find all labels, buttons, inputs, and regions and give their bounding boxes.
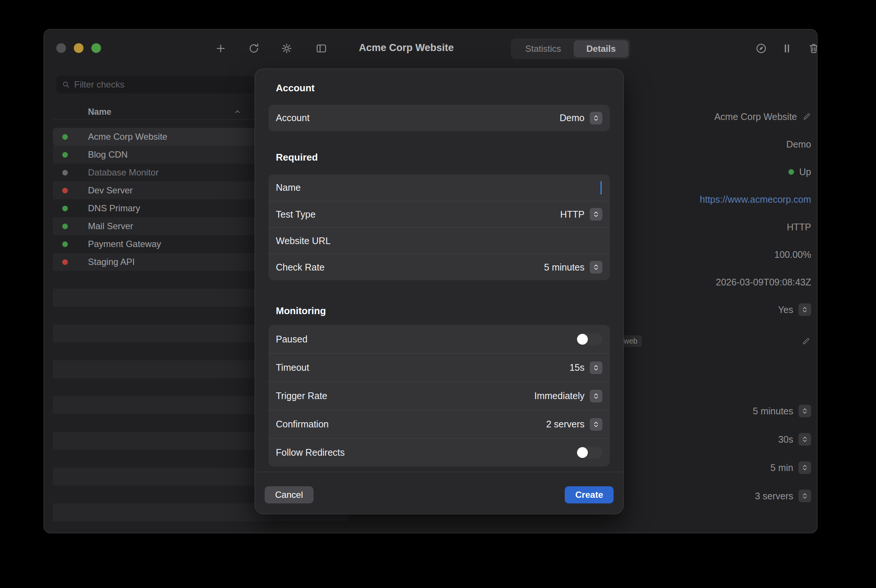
toggle-knob: [577, 447, 588, 458]
account-value: Demo: [559, 112, 585, 123]
account-stepper[interactable]: [590, 112, 603, 124]
new-check-dialog: Account Account Demo Required Name Test …: [255, 69, 624, 514]
follow-redirects-label: Follow Redirects: [276, 447, 576, 458]
test-type-stepper[interactable]: [590, 208, 603, 220]
form-row-trigger-rate[interactable]: Trigger Rate Immediately: [268, 382, 610, 410]
section-header-required: Required: [276, 152, 318, 163]
paused-label: Paused: [276, 334, 576, 345]
form-row-timeout[interactable]: Timeout 15s: [268, 353, 610, 382]
form-row-website-url[interactable]: Website URL: [268, 227, 610, 254]
form-row-name[interactable]: Name: [268, 174, 610, 201]
form-row-paused: Paused: [268, 325, 610, 353]
stepper-icon: [592, 392, 600, 400]
stepper-icon: [592, 420, 600, 429]
test-type-value: HTTP: [560, 209, 585, 220]
app-window: Acme Corp Website Statistics Details Nam…: [44, 29, 817, 533]
trigger-rate-value: Immediately: [534, 390, 585, 401]
timeout-value: 15s: [569, 362, 585, 373]
form-row-check-rate[interactable]: Check Rate 5 minutes: [268, 254, 610, 280]
toggle-knob: [577, 334, 588, 345]
stepper-icon: [592, 114, 600, 122]
form-row-account[interactable]: Account Demo: [268, 105, 610, 131]
monitoring-group: Paused Timeout 15s Trigger Rate Immediat…: [268, 325, 610, 466]
section-header-monitoring: Monitoring: [276, 305, 326, 317]
timeout-label: Timeout: [276, 362, 569, 373]
confirmation-label: Confirmation: [276, 419, 546, 430]
cancel-button[interactable]: Cancel: [264, 486, 314, 503]
desktop: Acme Corp Website Statistics Details Nam…: [0, 0, 876, 588]
account-group: Account Demo: [268, 105, 610, 131]
paused-toggle[interactable]: [576, 333, 603, 345]
trigger-rate-stepper[interactable]: [590, 390, 603, 402]
timeout-stepper[interactable]: [590, 362, 603, 374]
section-header-account: Account: [276, 82, 315, 94]
trigger-rate-label: Trigger Rate: [276, 390, 534, 401]
form-row-test-type[interactable]: Test Type HTTP: [268, 201, 610, 227]
follow-redirects-toggle[interactable]: [576, 446, 603, 459]
name-label: Name: [276, 182, 603, 193]
check-rate-stepper[interactable]: [590, 261, 603, 273]
create-button[interactable]: Create: [565, 486, 613, 503]
account-label: Account: [276, 112, 559, 123]
stepper-icon: [592, 364, 600, 372]
website-url-label: Website URL: [276, 236, 603, 246]
check-rate-value: 5 minutes: [544, 262, 585, 273]
stepper-icon: [592, 263, 600, 271]
stepper-icon: [592, 210, 600, 218]
confirmation-stepper[interactable]: [590, 418, 603, 431]
text-caret: [601, 181, 602, 195]
required-group: Name Test Type HTTP Website URL Check Ra…: [268, 174, 610, 280]
form-row-follow-redirects: Follow Redirects: [268, 438, 610, 466]
form-row-confirmation[interactable]: Confirmation 2 servers: [268, 410, 610, 438]
check-rate-label: Check Rate: [276, 262, 544, 273]
confirmation-value: 2 servers: [546, 419, 585, 430]
test-type-label: Test Type: [276, 209, 560, 220]
footer-divider: [255, 472, 623, 472]
